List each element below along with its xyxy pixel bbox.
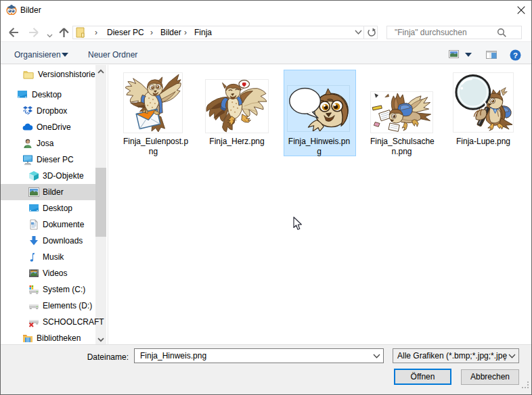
svg-text:?: ? bbox=[513, 51, 518, 60]
